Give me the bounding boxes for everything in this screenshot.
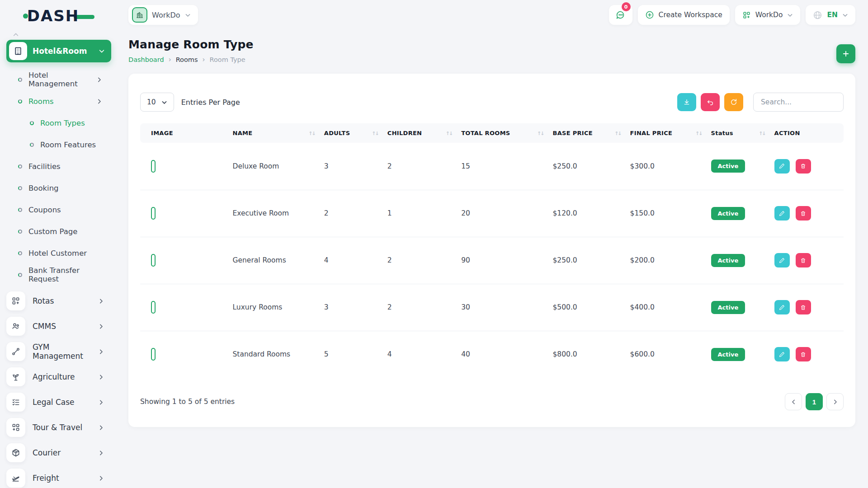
sidebar-item-room-types[interactable]: Room Types <box>6 112 111 134</box>
room-image-thumbnail[interactable] <box>151 348 156 361</box>
delete-button[interactable] <box>796 206 811 221</box>
language-selector[interactable]: EN <box>806 5 855 25</box>
workdo-apps-menu[interactable]: WorkDo <box>735 5 801 25</box>
sidebar-item-label: CMMS <box>33 322 56 331</box>
pagination: 1 <box>785 393 844 410</box>
delete-button[interactable] <box>796 253 811 267</box>
sidebar-item-facilities[interactable]: Facilities <box>6 155 111 177</box>
column-header-name[interactable]: NAME↑↓ <box>228 123 320 143</box>
delete-button[interactable] <box>796 300 811 314</box>
table-row: Deluxe Room 3 2 15 $250.0 $300.0 Active <box>140 143 844 190</box>
add-room-type-button[interactable] <box>836 44 855 63</box>
create-workspace-button[interactable]: Create Workspace <box>638 5 730 25</box>
export-download-button[interactable] <box>677 93 696 111</box>
sort-icon: ↑↓ <box>308 131 315 136</box>
trash-icon <box>800 305 806 310</box>
chevron-right-icon <box>98 425 104 431</box>
base-price-value: $250.0 <box>548 143 625 190</box>
sidebar-item-freight[interactable]: Freight <box>6 465 111 488</box>
edit-button[interactable] <box>774 206 790 221</box>
table-row: Executive Room 2 1 20 $120.0 $150.0 Acti… <box>140 190 844 237</box>
edit-button[interactable] <box>774 300 790 314</box>
sidebar-item-label: Bank Transfer Request <box>28 266 111 283</box>
sidebar-item-agriculture[interactable]: Agriculture <box>6 364 111 389</box>
status-badge[interactable]: Active <box>711 254 745 267</box>
chevron-right-icon <box>98 324 104 329</box>
breadcrumb-dashboard[interactable]: Dashboard <box>128 56 164 63</box>
sidebar-item-label: Courier <box>33 448 61 457</box>
sidebar-item-label: Room Features <box>40 141 96 149</box>
sidebar-item-hotel-room[interactable]: Hotel&Room <box>6 40 111 62</box>
bullet-icon <box>18 99 22 103</box>
workdo-menu-label: WorkDo <box>755 11 783 19</box>
room-image-thumbnail[interactable] <box>151 254 156 267</box>
sidebar-item-label: Hotel Management <box>28 71 90 88</box>
sidebar-item-room-features[interactable]: Room Features <box>6 134 111 155</box>
delete-button[interactable] <box>796 347 811 361</box>
sidebar-active-app-label: Hotel&Room <box>33 47 93 56</box>
sidebar-item-coupons[interactable]: Coupons <box>6 199 111 221</box>
sidebar-item-legal-case[interactable]: Legal Case <box>6 389 111 415</box>
final-price-value: $600.0 <box>626 331 707 378</box>
chevron-right-icon <box>96 77 102 83</box>
delete-button[interactable] <box>796 159 811 174</box>
entries-per-page-value: 10 <box>147 98 156 106</box>
entries-per-page-select[interactable]: 10 <box>140 93 174 112</box>
pencil-icon <box>779 352 785 357</box>
status-badge[interactable]: Active <box>711 301 745 314</box>
base-price-value: $250.0 <box>548 237 625 284</box>
column-header-status[interactable]: Status↑↓ <box>707 123 770 143</box>
edit-button[interactable] <box>774 253 790 267</box>
chevron-right-icon <box>96 99 102 104</box>
room-image-thumbnail[interactable] <box>151 301 156 314</box>
edit-button[interactable] <box>774 159 790 174</box>
column-header-adults[interactable]: ADULTS↑↓ <box>320 123 383 143</box>
sidebar-item-cmms[interactable]: CMMS <box>6 314 111 339</box>
breadcrumb-rooms[interactable]: Rooms <box>176 56 198 63</box>
sidebar-item-rotas[interactable]: Rotas <box>6 288 111 314</box>
sidebar-item-label: Legal Case <box>33 398 75 407</box>
sidebar-item-label: Booking <box>28 184 59 192</box>
workspace-selector[interactable]: WorkDo <box>128 5 198 25</box>
sort-icon: ↑↓ <box>695 131 702 136</box>
status-badge[interactable]: Active <box>711 207 745 220</box>
children-value: 2 <box>383 143 457 190</box>
column-header-final-price[interactable]: FINAL PRICE↑↓ <box>626 123 707 143</box>
refresh-button[interactable] <box>724 93 743 111</box>
sidebar-item-booking[interactable]: Booking <box>6 177 111 199</box>
sidebar-scroll-up[interactable] <box>6 32 111 40</box>
main-content: Manage Room Type Dashboard › Rooms › Roo… <box>118 30 868 488</box>
column-header-total-rooms[interactable]: TOTAL ROOMS↑↓ <box>457 123 548 143</box>
chevron-right-icon <box>832 399 838 405</box>
sidebar-item-hotel-management[interactable]: Hotel Management <box>6 69 111 90</box>
room-image-thumbnail[interactable] <box>151 160 156 173</box>
building-icon <box>9 42 27 60</box>
sidebar-item-custom-page[interactable]: Custom Page <box>6 221 111 242</box>
table-footer: Showing 1 to 5 of 5 entries 1 <box>140 393 844 410</box>
sidebar-item-gym-management[interactable]: GYM Management <box>6 339 111 364</box>
status-badge[interactable]: Active <box>711 160 745 173</box>
sidebar-item-hotel-customer[interactable]: Hotel Customer <box>6 242 111 264</box>
chevron-down-icon <box>161 99 167 105</box>
edit-button[interactable] <box>774 347 790 361</box>
sidebar-item-courier[interactable]: Courier <box>6 440 111 465</box>
page-number-button[interactable]: 1 <box>806 393 823 410</box>
download-icon <box>683 99 690 106</box>
column-header-children[interactable]: CHILDREN↑↓ <box>383 123 457 143</box>
children-value: 2 <box>383 284 457 331</box>
status-badge[interactable]: Active <box>711 348 745 361</box>
messages-button[interactable]: 0 <box>609 5 632 25</box>
search-input[interactable] <box>753 93 844 112</box>
trash-icon <box>800 258 806 263</box>
plus-circle-icon <box>645 10 654 19</box>
sidebar-item-bank-transfer-request[interactable]: Bank Transfer Request <box>6 264 111 286</box>
adults-value: 3 <box>320 284 383 331</box>
column-header-base-price[interactable]: BASE PRICE↑↓ <box>548 123 625 143</box>
bullet-icon <box>18 186 22 190</box>
reset-undo-button[interactable] <box>701 93 720 111</box>
previous-page-button[interactable] <box>785 393 802 410</box>
sidebar-item-rooms[interactable]: Rooms <box>6 90 111 112</box>
room-image-thumbnail[interactable] <box>151 207 156 220</box>
next-page-button[interactable] <box>826 393 844 410</box>
sidebar-item-tour-travel[interactable]: Tour & Travel <box>6 415 111 440</box>
